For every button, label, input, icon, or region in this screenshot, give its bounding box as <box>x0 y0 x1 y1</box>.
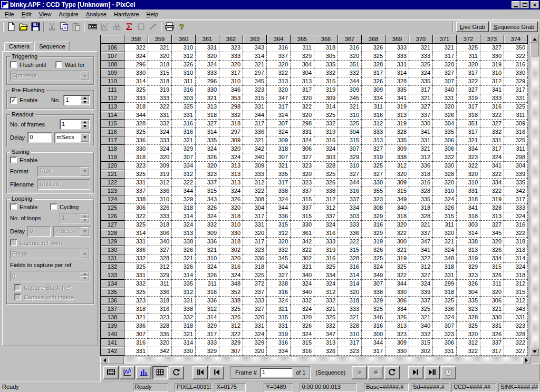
table-cell[interactable]: 318 <box>148 77 172 86</box>
table-cell[interactable]: 323 <box>196 170 219 179</box>
table-cell[interactable]: 324 <box>291 305 314 313</box>
film-view-button[interactable] <box>103 366 119 379</box>
table-cell[interactable]: 326 <box>196 271 219 280</box>
table-cell[interactable]: 316 <box>362 111 385 120</box>
horizontal-scroll-thumb[interactable] <box>108 357 124 364</box>
table-cell[interactable]: 314 <box>457 229 480 238</box>
live-grab-button[interactable]: Live Grab <box>456 22 489 32</box>
table-cell[interactable]: 313 <box>267 77 291 86</box>
table-cell[interactable]: 299 <box>433 280 457 288</box>
table-cell[interactable]: 332 <box>409 330 433 339</box>
menu-item-view[interactable]: View <box>35 10 55 19</box>
table-cell[interactable]: 313 <box>291 77 314 86</box>
table-cell[interactable]: 336 <box>433 305 457 313</box>
table-cell[interactable]: 337 <box>291 204 314 212</box>
table-cell[interactable]: 325 <box>314 313 338 322</box>
table-cell[interactable]: 326 <box>480 330 504 339</box>
table-cell[interactable]: 331 <box>172 111 196 120</box>
table-cell[interactable]: 316 <box>314 136 338 145</box>
table-cell[interactable]: 327 <box>504 347 528 356</box>
table-cell[interactable]: 330 <box>362 179 385 187</box>
table-cell[interactable]: 315 <box>148 69 172 77</box>
sum-button[interactable] <box>123 21 135 33</box>
table-cell[interactable]: 316 <box>267 44 291 52</box>
table-cell[interactable]: 314 <box>172 339 196 347</box>
table-cell[interactable]: 343 <box>243 44 267 52</box>
row-header[interactable]: 137 <box>101 305 124 313</box>
table-cell[interactable]: 351 <box>457 120 480 128</box>
table-cell[interactable]: 334 <box>267 347 291 356</box>
table-cell[interactable]: 318 <box>172 204 196 212</box>
table-cell[interactable]: 307 <box>338 145 362 153</box>
table-cell[interactable]: 334 <box>385 305 409 313</box>
row-header[interactable]: 136 <box>101 297 124 305</box>
table-cell[interactable]: 329 <box>362 297 385 305</box>
table-cell[interactable]: 328 <box>457 313 480 322</box>
table-cell[interactable]: 311 <box>457 52 480 61</box>
table-cell[interactable]: 317 <box>219 69 243 77</box>
column-header[interactable]: 371 <box>433 35 457 44</box>
table-cell[interactable]: 321 <box>196 94 219 103</box>
table-cell[interactable]: 337 <box>314 212 338 221</box>
table-cell[interactable]: 324 <box>219 271 243 280</box>
table-cell[interactable]: 323 <box>338 347 362 356</box>
spinner-down-button[interactable] <box>81 124 89 129</box>
table-cell[interactable]: 313 <box>219 170 243 179</box>
table-cell[interactable]: 344 <box>385 280 409 288</box>
table-cell[interactable]: 333 <box>243 297 267 305</box>
table-cell[interactable]: 347 <box>267 94 291 103</box>
table-cell[interactable]: 324 <box>291 330 314 339</box>
table-cell[interactable]: 326 <box>196 153 219 162</box>
table-cell[interactable]: 324 <box>291 136 314 145</box>
table-cell[interactable]: 304 <box>291 69 314 77</box>
table-cell[interactable]: 318 <box>409 170 433 179</box>
table-cell[interactable]: 327 <box>148 246 172 254</box>
table-cell[interactable]: 296 <box>124 61 148 69</box>
table-cell[interactable]: 305 <box>314 52 338 61</box>
table-cell[interactable]: 314 <box>172 271 196 280</box>
table-cell[interactable]: 324 <box>196 145 219 153</box>
table-cell[interactable]: 321 <box>433 44 457 52</box>
row-header[interactable]: 140 <box>101 330 124 339</box>
table-cell[interactable]: 307 <box>362 280 385 288</box>
table-cell[interactable]: 314 <box>124 77 148 86</box>
table-cell[interactable]: 324 <box>314 280 338 288</box>
table-cell[interactable]: 310 <box>172 44 196 52</box>
table-cell[interactable]: 321 <box>409 44 433 52</box>
table-cell[interactable]: 332 <box>314 297 338 305</box>
table-cell[interactable]: 330 <box>385 347 409 356</box>
table-cell[interactable]: 333 <box>409 52 433 61</box>
table-cell[interactable]: 321 <box>409 145 433 153</box>
pre-flush-count-spinner[interactable]: 1 <box>63 95 90 105</box>
table-cell[interactable]: 314 <box>243 52 267 61</box>
table-cell[interactable]: 322 <box>385 229 409 238</box>
table-cell[interactable]: 316 <box>219 263 243 271</box>
table-cell[interactable]: 319 <box>314 246 338 254</box>
table-cell[interactable]: 320 <box>385 170 409 179</box>
table-cell[interactable]: 324 <box>148 128 172 136</box>
table-cell[interactable]: 322 <box>457 347 480 356</box>
table-cell[interactable]: 318 <box>457 195 480 204</box>
table-cell[interactable]: 317 <box>480 347 504 356</box>
table-cell[interactable]: 349 <box>385 195 409 204</box>
table-cell[interactable]: 304 <box>291 61 314 69</box>
table-cell[interactable]: 310 <box>172 69 196 77</box>
table-cell[interactable]: 316 <box>504 128 528 136</box>
table-cell[interactable]: 316 <box>362 221 385 229</box>
table-cell[interactable]: 329 <box>148 271 172 280</box>
row-header[interactable]: 120 <box>101 162 124 170</box>
table-cell[interactable]: 326 <box>219 195 243 204</box>
table-cell[interactable]: 334 <box>457 145 480 153</box>
table-cell[interactable]: 337 <box>480 339 504 347</box>
table-cell[interactable]: 323 <box>243 246 267 254</box>
table-cell[interactable]: 312 <box>314 204 338 212</box>
table-cell[interactable]: 320 <box>148 339 172 347</box>
table-cell[interactable]: 330 <box>504 69 528 77</box>
table-cell[interactable]: 320 <box>433 229 457 238</box>
table-cell[interactable]: 341 <box>480 162 504 170</box>
table-cell[interactable]: 327 <box>480 120 504 128</box>
table-cell[interactable]: 316 <box>267 339 291 347</box>
table-cell[interactable]: 344 <box>172 187 196 195</box>
table-cell[interactable]: 304 <box>338 128 362 136</box>
table-cell[interactable]: 324 <box>267 128 291 136</box>
